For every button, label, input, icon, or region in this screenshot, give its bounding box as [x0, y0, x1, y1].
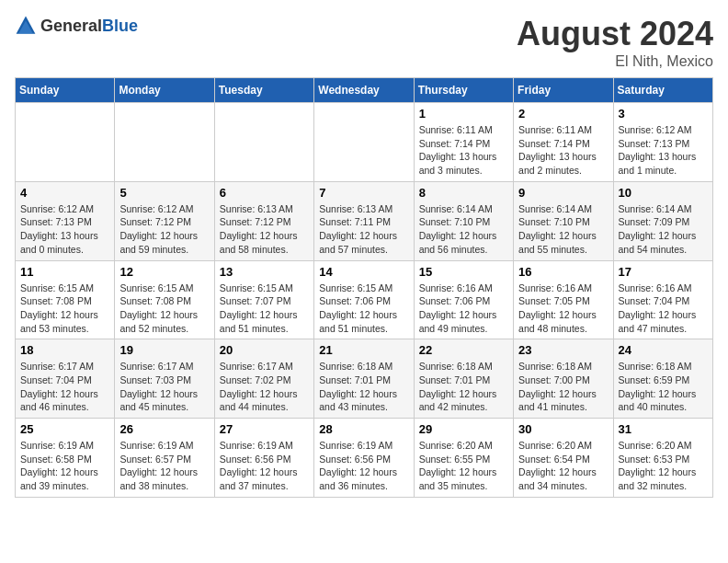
page-header: GeneralBlue August 2024 El Nith, Mexico — [15, 15, 713, 70]
day-number: 18 — [20, 343, 109, 357]
day-number: 4 — [20, 186, 109, 200]
calendar-cell: 7Sunrise: 6:13 AM Sunset: 7:11 PM Daylig… — [314, 181, 414, 260]
day-number: 20 — [220, 343, 309, 357]
day-info: Sunrise: 6:18 AM Sunset: 7:01 PM Dayligh… — [419, 360, 508, 414]
calendar-cell: 18Sunrise: 6:17 AM Sunset: 7:04 PM Dayli… — [16, 339, 115, 419]
day-number: 28 — [319, 422, 408, 436]
calendar-week-row: 25Sunrise: 6:19 AM Sunset: 6:58 PM Dayli… — [16, 419, 713, 498]
calendar-cell: 9Sunrise: 6:14 AM Sunset: 7:10 PM Daylig… — [514, 181, 613, 260]
day-number: 25 — [20, 422, 109, 436]
day-info: Sunrise: 6:20 AM Sunset: 6:53 PM Dayligh… — [619, 439, 708, 493]
calendar-cell: 30Sunrise: 6:20 AM Sunset: 6:54 PM Dayli… — [514, 419, 613, 498]
calendar-cell: 15Sunrise: 6:16 AM Sunset: 7:06 PM Dayli… — [414, 260, 513, 339]
day-number: 2 — [518, 107, 608, 121]
calendar-cell: 31Sunrise: 6:20 AM Sunset: 6:53 PM Dayli… — [613, 419, 712, 498]
day-number: 29 — [419, 422, 508, 436]
calendar-cell: 3Sunrise: 6:12 AM Sunset: 7:13 PM Daylig… — [613, 103, 712, 182]
day-info: Sunrise: 6:18 AM Sunset: 6:59 PM Dayligh… — [619, 360, 708, 414]
day-info: Sunrise: 6:12 AM Sunset: 7:13 PM Dayligh… — [20, 202, 109, 257]
calendar-cell — [214, 103, 313, 182]
calendar-cell: 6Sunrise: 6:13 AM Sunset: 7:12 PM Daylig… — [214, 181, 313, 260]
day-info: Sunrise: 6:17 AM Sunset: 7:04 PM Dayligh… — [20, 360, 109, 414]
calendar-cell: 29Sunrise: 6:20 AM Sunset: 6:55 PM Dayli… — [414, 419, 513, 498]
day-info: Sunrise: 6:13 AM Sunset: 7:11 PM Dayligh… — [319, 202, 408, 257]
day-number: 31 — [619, 422, 708, 436]
day-number: 17 — [619, 265, 708, 279]
calendar-cell: 12Sunrise: 6:15 AM Sunset: 7:08 PM Dayli… — [115, 260, 214, 339]
calendar-cell — [115, 103, 214, 182]
calendar-cell — [314, 103, 414, 182]
calendar-cell: 1Sunrise: 6:11 AM Sunset: 7:14 PM Daylig… — [414, 103, 513, 182]
day-info: Sunrise: 6:12 AM Sunset: 7:12 PM Dayligh… — [119, 202, 209, 257]
day-info: Sunrise: 6:16 AM Sunset: 7:04 PM Dayligh… — [619, 282, 708, 336]
logo: GeneralBlue — [15, 15, 138, 37]
calendar-cell: 21Sunrise: 6:18 AM Sunset: 7:01 PM Dayli… — [314, 339, 414, 419]
day-info: Sunrise: 6:17 AM Sunset: 7:02 PM Dayligh… — [220, 360, 309, 414]
day-number: 6 — [220, 186, 309, 200]
logo-general-text: General — [40, 17, 102, 35]
day-number: 10 — [619, 186, 708, 200]
day-number: 12 — [119, 265, 209, 279]
header-wednesday: Wednesday — [314, 78, 414, 103]
day-number: 23 — [518, 343, 608, 357]
calendar-cell: 25Sunrise: 6:19 AM Sunset: 6:58 PM Dayli… — [16, 419, 115, 498]
calendar-cell: 2Sunrise: 6:11 AM Sunset: 7:14 PM Daylig… — [514, 103, 613, 182]
header-monday: Monday — [115, 78, 214, 103]
day-info: Sunrise: 6:17 AM Sunset: 7:03 PM Dayligh… — [119, 360, 209, 414]
calendar-week-row: 11Sunrise: 6:15 AM Sunset: 7:08 PM Dayli… — [16, 260, 713, 339]
day-info: Sunrise: 6:15 AM Sunset: 7:06 PM Dayligh… — [319, 282, 408, 336]
day-info: Sunrise: 6:19 AM Sunset: 6:56 PM Dayligh… — [220, 439, 309, 493]
day-info: Sunrise: 6:15 AM Sunset: 7:08 PM Dayligh… — [20, 282, 109, 336]
day-info: Sunrise: 6:14 AM Sunset: 7:10 PM Dayligh… — [518, 202, 608, 257]
calendar-cell: 14Sunrise: 6:15 AM Sunset: 7:06 PM Dayli… — [314, 260, 414, 339]
day-info: Sunrise: 6:11 AM Sunset: 7:14 PM Dayligh… — [419, 123, 508, 178]
day-info: Sunrise: 6:13 AM Sunset: 7:12 PM Dayligh… — [220, 202, 309, 257]
day-info: Sunrise: 6:18 AM Sunset: 7:01 PM Dayligh… — [319, 360, 408, 414]
calendar-cell: 5Sunrise: 6:12 AM Sunset: 7:12 PM Daylig… — [115, 181, 214, 260]
day-info: Sunrise: 6:15 AM Sunset: 7:07 PM Dayligh… — [220, 282, 309, 336]
calendar-cell: 28Sunrise: 6:19 AM Sunset: 6:56 PM Dayli… — [314, 419, 414, 498]
day-number: 16 — [518, 265, 608, 279]
calendar-cell: 24Sunrise: 6:18 AM Sunset: 6:59 PM Dayli… — [613, 339, 712, 419]
day-info: Sunrise: 6:15 AM Sunset: 7:08 PM Dayligh… — [119, 282, 209, 336]
calendar-cell: 11Sunrise: 6:15 AM Sunset: 7:08 PM Dayli… — [16, 260, 115, 339]
header-tuesday: Tuesday — [214, 78, 313, 103]
day-info: Sunrise: 6:12 AM Sunset: 7:13 PM Dayligh… — [619, 123, 708, 178]
logo-icon — [15, 15, 37, 37]
calendar-week-row: 18Sunrise: 6:17 AM Sunset: 7:04 PM Dayli… — [16, 339, 713, 419]
calendar-cell: 16Sunrise: 6:16 AM Sunset: 7:05 PM Dayli… — [514, 260, 613, 339]
day-info: Sunrise: 6:20 AM Sunset: 6:55 PM Dayligh… — [419, 439, 508, 493]
day-number: 3 — [619, 107, 708, 121]
calendar-cell: 27Sunrise: 6:19 AM Sunset: 6:56 PM Dayli… — [214, 419, 313, 498]
day-info: Sunrise: 6:16 AM Sunset: 7:06 PM Dayligh… — [419, 282, 508, 336]
day-number: 1 — [419, 107, 508, 121]
day-number: 9 — [518, 186, 608, 200]
calendar-week-row: 4Sunrise: 6:12 AM Sunset: 7:13 PM Daylig… — [16, 181, 713, 260]
header-saturday: Saturday — [613, 78, 712, 103]
calendar-header-row: SundayMondayTuesdayWednesdayThursdayFrid… — [16, 78, 713, 103]
header-friday: Friday — [514, 78, 613, 103]
logo-blue-text: Blue — [102, 17, 138, 35]
calendar-cell: 10Sunrise: 6:14 AM Sunset: 7:09 PM Dayli… — [613, 181, 712, 260]
title-block: August 2024 El Nith, Mexico — [517, 15, 713, 70]
day-info: Sunrise: 6:16 AM Sunset: 7:05 PM Dayligh… — [518, 282, 608, 336]
day-info: Sunrise: 6:19 AM Sunset: 6:58 PM Dayligh… — [20, 439, 109, 493]
calendar-cell: 23Sunrise: 6:18 AM Sunset: 7:00 PM Dayli… — [514, 339, 613, 419]
calendar-cell: 4Sunrise: 6:12 AM Sunset: 7:13 PM Daylig… — [16, 181, 115, 260]
day-info: Sunrise: 6:11 AM Sunset: 7:14 PM Dayligh… — [518, 123, 608, 178]
day-info: Sunrise: 6:14 AM Sunset: 7:10 PM Dayligh… — [419, 202, 508, 257]
day-info: Sunrise: 6:20 AM Sunset: 6:54 PM Dayligh… — [518, 439, 608, 493]
day-number: 11 — [20, 265, 109, 279]
calendar-week-row: 1Sunrise: 6:11 AM Sunset: 7:14 PM Daylig… — [16, 103, 713, 182]
day-number: 14 — [319, 265, 408, 279]
calendar-cell: 26Sunrise: 6:19 AM Sunset: 6:57 PM Dayli… — [115, 419, 214, 498]
day-number: 13 — [220, 265, 309, 279]
calendar-cell — [16, 103, 115, 182]
day-number: 22 — [419, 343, 508, 357]
day-info: Sunrise: 6:18 AM Sunset: 7:00 PM Dayligh… — [518, 360, 608, 414]
day-info: Sunrise: 6:19 AM Sunset: 6:57 PM Dayligh… — [119, 439, 209, 493]
calendar-cell: 20Sunrise: 6:17 AM Sunset: 7:02 PM Dayli… — [214, 339, 313, 419]
header-sunday: Sunday — [16, 78, 115, 103]
header-thursday: Thursday — [414, 78, 513, 103]
day-number: 24 — [619, 343, 708, 357]
